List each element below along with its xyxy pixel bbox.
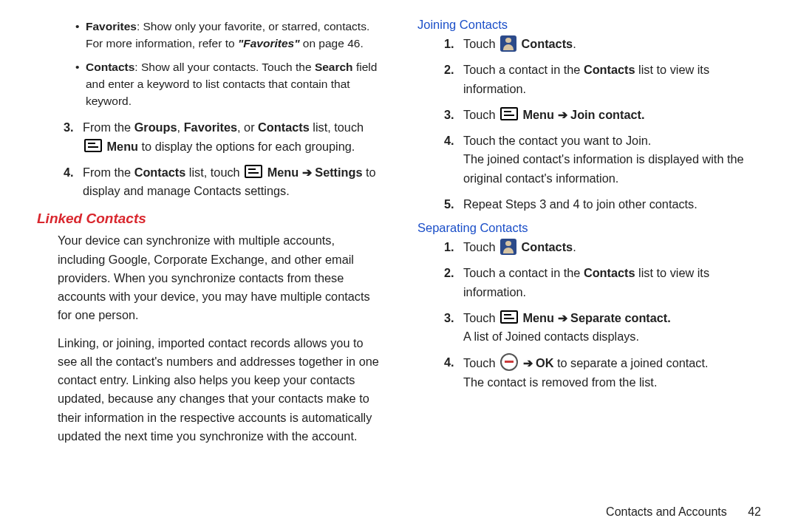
bullet-list: Favorites: Show only your favorite, or s… bbox=[37, 18, 381, 109]
sep-step-1: 1. Touch Contacts. bbox=[449, 238, 761, 256]
remove-icon bbox=[500, 353, 518, 371]
step-3: 3. From the Groups, Favorites, or Contac… bbox=[68, 118, 381, 156]
step-number: 1. bbox=[444, 35, 454, 53]
step-number: 5. bbox=[444, 195, 454, 214]
step-4: 4. From the Contacts list, touch Menu ➔ … bbox=[68, 163, 381, 201]
paragraph: Linking, or joining, imported contact re… bbox=[37, 334, 381, 446]
join-step-2: 2. Touch a contact in the Contacts list … bbox=[449, 61, 761, 98]
step-number: 3. bbox=[444, 106, 454, 124]
sep-step-3: 3. Touch Menu ➔ Separate contact. A list… bbox=[449, 309, 761, 347]
join-steps: 1. Touch Contacts. 2. Touch a contact in… bbox=[417, 35, 761, 214]
join-step-1: 1. Touch Contacts. bbox=[449, 35, 761, 53]
heading-separating: Separating Contacts bbox=[417, 221, 761, 235]
paragraph: Your device can synchronize with multipl… bbox=[37, 231, 381, 324]
step-list-left: 3. From the Groups, Favorites, or Contac… bbox=[37, 118, 381, 200]
join-step-3: 3. Touch Menu ➔ Join contact. bbox=[449, 106, 761, 124]
left-column: Favorites: Show only your favorite, or s… bbox=[37, 18, 403, 517]
heading-linked-contacts: Linked Contacts bbox=[37, 211, 381, 227]
bullet-favorites: Favorites: Show only your favorite, or s… bbox=[86, 18, 381, 52]
arrow-icon: ➔ bbox=[302, 166, 312, 179]
heading-joining: Joining Contacts bbox=[417, 18, 761, 32]
separate-steps: 1. Touch Contacts. 2. Touch a contact in… bbox=[417, 238, 761, 392]
step-number: 2. bbox=[444, 61, 454, 79]
menu-icon bbox=[500, 310, 518, 324]
step-number: 4. bbox=[64, 163, 74, 182]
step-number: 1. bbox=[444, 238, 454, 256]
page-number: 42 bbox=[748, 505, 761, 519]
label: Contacts bbox=[86, 61, 134, 73]
manual-page: Favorites: Show only your favorite, or s… bbox=[0, 0, 798, 532]
arrow-icon: ➔ bbox=[523, 356, 533, 369]
sep-step-4: 4. Touch ➔ OK to separate a joined conta… bbox=[449, 353, 761, 392]
step-number: 4. bbox=[444, 353, 454, 372]
footer-section: Contacts and Accounts bbox=[606, 505, 727, 518]
menu-icon bbox=[84, 139, 102, 152]
sep-step-2: 2. Touch a contact in the Contacts list … bbox=[449, 264, 761, 301]
menu-icon bbox=[245, 165, 262, 178]
bullet-contacts: Contacts: Show all your contacts. Touch … bbox=[86, 58, 381, 110]
arrow-icon: ➔ bbox=[558, 108, 567, 121]
contacts-icon bbox=[500, 239, 516, 255]
arrow-icon: ➔ bbox=[558, 311, 567, 324]
step-number: 2. bbox=[444, 264, 454, 282]
page-footer: Contacts and Accounts 42 bbox=[606, 505, 761, 519]
label: Favorites bbox=[86, 20, 137, 33]
step-number: 3. bbox=[64, 118, 74, 137]
join-step-4: 4. Touch the contact you want to Join. T… bbox=[449, 132, 761, 188]
step-number: 4. bbox=[444, 132, 454, 150]
right-column: Joining Contacts 1. Touch Contacts. 2. T… bbox=[403, 18, 768, 517]
join-step-5: 5. Repeat Steps 3 and 4 to join other co… bbox=[449, 195, 761, 214]
step-number: 3. bbox=[444, 309, 454, 327]
contacts-icon bbox=[500, 35, 516, 52]
menu-icon bbox=[500, 107, 518, 120]
